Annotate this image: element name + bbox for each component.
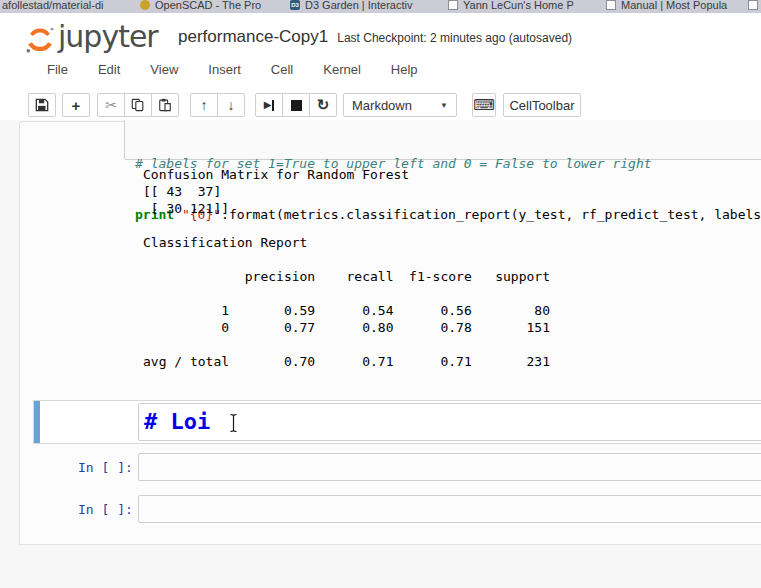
cell-output-text: Confusion Matrix for Random Forest [[ 43… — [143, 166, 550, 370]
jupyter-notebook-window: afollestad/material-di OpenSCAD - The Pr… — [0, 0, 761, 588]
cell-type-value: Markdown — [352, 98, 412, 113]
arrow-down-icon: ↓ — [228, 97, 235, 113]
input-prompt: In [ ]: — [78, 460, 133, 475]
interrupt-kernel-button[interactable] — [282, 93, 310, 117]
refresh-icon: ↻ — [317, 96, 330, 114]
d3-favicon-icon: D3 — [290, 0, 300, 10]
bookmark-label: OpenSCAD - The Pro — [155, 0, 261, 11]
jupyter-logo-icon[interactable] — [25, 23, 55, 57]
page-favicon-icon — [748, 0, 758, 10]
bookmark-label: afollestad/material-di — [2, 0, 104, 11]
stop-icon — [291, 100, 302, 111]
floppy-disk-icon — [35, 98, 49, 112]
menu-insert[interactable]: Insert — [208, 62, 241, 77]
celltoolbar-button[interactable]: CellToolbar — [503, 93, 581, 117]
save-button[interactable] — [28, 93, 56, 117]
bookmark-label: Manual | Most Popula — [621, 0, 727, 11]
move-cell-down-button[interactable]: ↓ — [217, 93, 245, 117]
notebook-titlebar: performance-Copy1 Last Checkpoint: 2 min… — [178, 27, 572, 47]
menu-kernel[interactable]: Kernel — [323, 62, 361, 77]
bookmark-item[interactable]: D3 D3 Garden | Interactiv — [290, 0, 412, 13]
checkpoint-status: Last Checkpoint: 2 minutes ago (autosave… — [337, 31, 572, 45]
step-forward-icon: ▶ — [264, 100, 275, 111]
cell-type-dropdown[interactable]: Markdown ▼ — [343, 93, 457, 117]
paste-cell-button[interactable] — [151, 93, 179, 117]
code-cell-input-empty[interactable] — [138, 495, 761, 523]
bookmark-item[interactable]: Yann LeCun's Home P — [448, 0, 574, 13]
insert-cell-button[interactable]: + — [62, 93, 90, 117]
browser-bookmarks-bar: afollestad/material-di OpenSCAD - The Pr… — [0, 0, 761, 13]
copy-cell-button[interactable] — [124, 93, 152, 117]
cut-cell-button[interactable]: ✂ — [97, 93, 125, 117]
menu-cell[interactable]: Cell — [271, 62, 293, 77]
bookmark-item[interactable]: Manual | Most Popula — [606, 0, 727, 13]
chevron-down-icon: ▼ — [440, 101, 448, 110]
bookmark-label: Yann LeCun's Home P — [463, 0, 574, 11]
menu-edit[interactable]: Edit — [98, 62, 120, 77]
page-favicon-icon — [448, 0, 458, 10]
input-prompt: In [ ]: — [78, 502, 133, 517]
keyboard-icon: ⌨ — [473, 96, 495, 114]
menu-help[interactable]: Help — [391, 62, 418, 77]
move-cell-up-button[interactable]: ↑ — [190, 93, 218, 117]
menu-file[interactable]: File — [47, 62, 68, 77]
text-cursor-icon — [228, 413, 239, 433]
openscad-favicon-icon — [140, 0, 150, 10]
markdown-cell-selected[interactable]: # Loi — [33, 400, 761, 444]
copy-icon — [131, 98, 145, 112]
menubar: File Edit View Insert Cell Kernel Help — [47, 62, 448, 77]
command-palette-button[interactable]: ⌨ — [472, 93, 496, 117]
notebook-title[interactable]: performance-Copy1 — [178, 27, 328, 47]
scissors-icon: ✂ — [105, 97, 117, 113]
jupyter-header: jupyter performance-Copy1 Last Checkpoin… — [0, 13, 761, 120]
menu-view[interactable]: View — [150, 62, 178, 77]
selected-cell-indicator-bar — [34, 401, 40, 443]
bookmark-label: D3 Garden | Interactiv — [305, 0, 412, 11]
jupyter-logo-text[interactable]: jupyter — [58, 19, 158, 54]
bookmark-item[interactable]: afollestad/material-di — [2, 0, 104, 13]
bookmark-item[interactable]: E — [748, 0, 761, 13]
code-cell-input-empty[interactable] — [138, 453, 761, 481]
page-favicon-icon — [606, 0, 616, 10]
paste-icon — [158, 98, 172, 112]
run-cell-button[interactable]: ▶ — [255, 93, 283, 117]
notebook-toolbar: + ✂ — [0, 93, 761, 119]
plus-icon: + — [72, 97, 81, 114]
bookmark-item[interactable]: OpenSCAD - The Pro — [140, 0, 261, 13]
restart-kernel-button[interactable]: ↻ — [309, 93, 337, 117]
arrow-up-icon: ↑ — [201, 97, 208, 113]
